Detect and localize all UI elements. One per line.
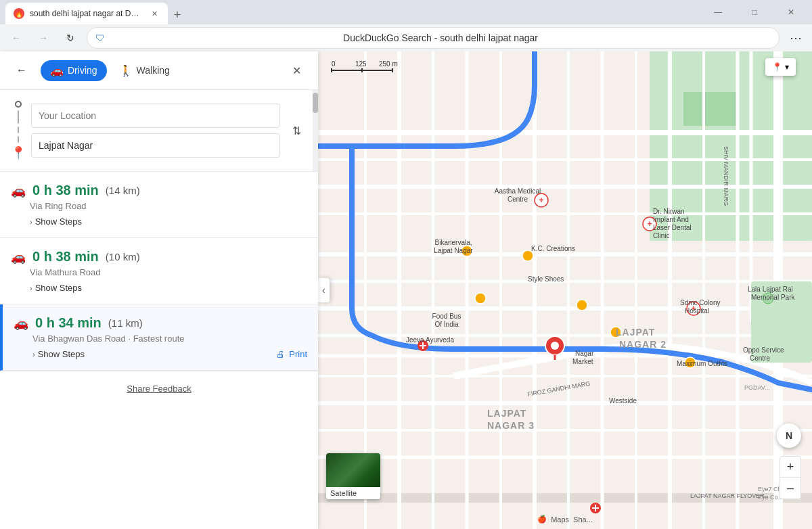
route-option-1[interactable]: 🚗 0 h 38 min (14 km) Via Ring Road › Sho… <box>0 172 318 238</box>
show-steps-button-1[interactable]: Show Steps <box>35 216 82 227</box>
svg-text:Oppo Service: Oppo Service <box>743 346 784 354</box>
reload-button[interactable]: ↻ <box>60 27 81 49</box>
sidebar: ← 🚗 Driving 🚶 Walking ✕ <box>0 51 318 529</box>
shield-icon: 🛡 <box>95 32 105 43</box>
svg-text:Lala Lajpat Rai: Lala Lajpat Rai <box>748 285 793 293</box>
svg-text:Aastha Medical: Aastha Medical <box>495 187 541 195</box>
input-section: 📍 ⇅ <box>0 90 318 172</box>
share-feedback-link[interactable]: Share Feedback <box>127 384 191 394</box>
scroll-thumb <box>313 93 318 113</box>
main-content: ← 🚗 Driving 🚶 Walking ✕ <box>0 51 812 529</box>
svg-text:+: + <box>647 219 652 229</box>
maximize-button[interactable]: □ <box>739 0 770 24</box>
svg-point-32 <box>551 342 559 350</box>
svg-text:NAGAR 3: NAGAR 3 <box>487 420 535 431</box>
svg-text:Of India: Of India <box>434 321 458 328</box>
chevron-icon-1: › <box>30 218 32 226</box>
route-3-header: 🚗 0 h 34 min (11 km) <box>14 315 307 331</box>
tab-favicon-icon <box>14 8 24 19</box>
location-dropdown-icon: ▾ <box>785 62 789 72</box>
zoom-in-button[interactable]: + <box>780 456 801 478</box>
route-3-via: Via Bhagwan Das Road · Fastest route <box>32 334 307 344</box>
printer-icon: 🖨 <box>276 349 285 359</box>
satellite-button[interactable]: Satellite <box>326 453 380 499</box>
from-input[interactable] <box>31 104 280 128</box>
map-area: + + + <box>318 51 812 529</box>
new-tab-button[interactable]: + <box>168 5 187 24</box>
destination-dot: 📍 <box>11 145 26 160</box>
svg-text:Maximum Outfits: Maximum Outfits <box>677 360 727 367</box>
route-1-header: 🚗 0 h 38 min (14 km) <box>11 183 307 198</box>
svg-text:LAJPAT: LAJPAT <box>616 327 655 338</box>
url-text: DuckDuckGo Search - south delhi lajpat n… <box>110 32 771 43</box>
svg-text:Market: Market <box>572 358 593 365</box>
zoom-controls: + – <box>780 456 801 499</box>
collapse-map-button[interactable]: ‹ <box>318 278 330 302</box>
active-tab[interactable]: south delhi lajpat nagar at Duck... ✕ <box>5 3 168 24</box>
chevron-icon-3: › <box>32 350 35 359</box>
routes-container: 🚗 0 h 38 min (14 km) Via Ring Road › Sho… <box>0 172 318 529</box>
zoom-out-button[interactable]: – <box>780 478 801 499</box>
svg-text:125: 125 <box>355 60 367 68</box>
svg-text:Nagar: Nagar <box>575 350 594 357</box>
satellite-label: Satellite <box>326 487 380 499</box>
route-1-steps-row: › Show Steps <box>30 216 307 227</box>
print-button[interactable]: 🖨 Print <box>276 349 307 359</box>
route-3-distance: (11 km) <box>108 317 143 329</box>
svg-point-49 <box>577 300 587 310</box>
svg-text:Bikanervala,: Bikanervala, <box>434 239 472 246</box>
back-button[interactable]: ← <box>11 60 32 81</box>
compass-button[interactable]: N <box>777 423 801 448</box>
compass-n-label: N <box>786 430 792 441</box>
maps-sub-label: Sha... <box>573 515 593 524</box>
route-2-time: 0 h 38 min <box>32 249 99 264</box>
route-3-time: 0 h 34 min <box>35 315 102 331</box>
svg-text:LAJPAT: LAJPAT <box>487 408 526 419</box>
route-2-via: Via Mathura Road <box>30 267 307 277</box>
close-button[interactable]: ✕ <box>775 0 807 24</box>
svg-text:SHIV MANDIR MARG: SHIV MANDIR MARG <box>723 146 729 206</box>
svg-text:250 m: 250 m <box>379 60 398 68</box>
route-option-3[interactable]: 🚗 0 h 34 min (11 km) Via Bhagwan Das Roa… <box>0 304 318 371</box>
driving-icon: 🚗 <box>50 64 64 77</box>
address-bar[interactable]: 🛡 DuckDuckGo Search - south delhi lajpat… <box>87 27 780 49</box>
satellite-thumbnail <box>326 453 380 487</box>
driving-button[interactable]: 🚗 Driving <box>41 60 107 81</box>
window-controls: — □ ✕ <box>702 0 807 24</box>
swap-button[interactable]: ⇅ <box>286 120 307 141</box>
browser-menu-button[interactable]: ⋯ <box>785 27 807 49</box>
route-3-steps-row: › Show Steps <box>32 349 307 359</box>
map-location-button[interactable]: 📍 ▾ <box>765 58 796 76</box>
location-dots-indicator: 📍 <box>11 98 26 163</box>
forward-nav-button[interactable]: → <box>32 27 54 49</box>
svg-text:Centre: Centre <box>508 196 528 203</box>
show-steps-button-2[interactable]: Show Steps <box>35 283 82 293</box>
close-directions-button[interactable]: ✕ <box>286 60 307 81</box>
svg-text:Food Bus: Food Bus <box>432 313 461 320</box>
show-steps-button-3[interactable]: Show Steps <box>38 349 85 359</box>
tab-bar: south delhi lajpat nagar at Duck... ✕ + … <box>0 0 812 24</box>
route-line <box>18 110 19 124</box>
walking-button[interactable]: 🚶 Walking <box>110 60 179 81</box>
svg-text:Clinic: Clinic <box>653 232 669 239</box>
svg-point-48 <box>475 293 486 304</box>
route-option-2[interactable]: 🚗 0 h 38 min (10 km) Via Mathura Road › … <box>0 238 318 304</box>
svg-text:Style Shoes: Style Shoes <box>528 275 564 283</box>
scroll-indicator <box>313 90 318 171</box>
map-svg: + + + <box>318 51 812 529</box>
tab-close-button[interactable]: ✕ <box>149 8 160 19</box>
car-icon-3: 🚗 <box>14 316 28 331</box>
minimize-button[interactable]: — <box>702 0 734 24</box>
svg-text:0: 0 <box>332 60 336 68</box>
transport-options: 🚗 Driving 🚶 Walking <box>41 60 277 81</box>
sidebar-header: ← 🚗 Driving 🚶 Walking ✕ <box>0 51 318 90</box>
svg-text:Memorial Park: Memorial Park <box>751 294 795 301</box>
to-input[interactable] <box>31 133 280 158</box>
svg-text:K.C. Creations: K.C. Creations <box>531 245 575 252</box>
svg-text:LAJPAT NAGAR FLYOVER: LAJPAT NAGAR FLYOVER <box>690 492 765 499</box>
back-nav-button[interactable]: ← <box>5 27 27 49</box>
location-inputs: 📍 ⇅ <box>11 98 307 163</box>
svg-text:+: + <box>539 196 543 205</box>
route-line-2 <box>18 127 19 133</box>
svg-text:Implant And: Implant And <box>653 216 689 223</box>
